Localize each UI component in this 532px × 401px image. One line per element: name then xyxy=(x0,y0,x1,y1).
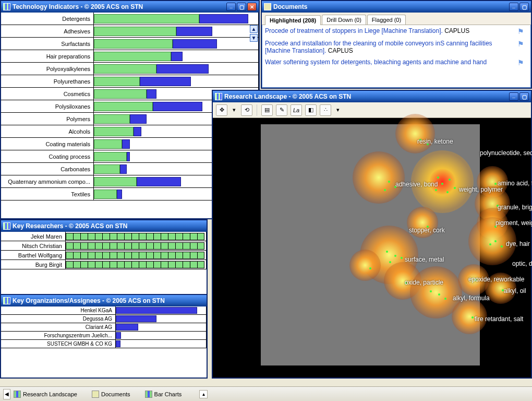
bar-row: Clariant AG xyxy=(1,323,207,332)
data-point xyxy=(471,316,474,319)
titlebar[interactable]: Key Organizations/Assignees - © 2005 ACS… xyxy=(1,295,207,306)
bar-segment-green xyxy=(66,261,204,268)
bar-segment-blue xyxy=(127,152,130,161)
bar-segment-green xyxy=(94,152,127,161)
bar-row: Adhesives xyxy=(1,25,259,38)
data-point xyxy=(444,298,446,300)
dropdown-icon[interactable]: ▾ xyxy=(334,104,342,116)
cluster-label[interactable]: weight, polymer xyxy=(459,186,503,193)
bar-segment-blue xyxy=(176,27,212,36)
bar-label: Jekel Maren xyxy=(1,232,66,241)
bar-row: Henkel KGaA xyxy=(1,306,207,315)
cluster-label[interactable]: epoxide, reworkable xyxy=(468,276,524,283)
taskbar-label: Research Landscape xyxy=(23,391,77,397)
barchart-icon xyxy=(3,222,10,230)
window-title: Technology Indicators - © 2005 ACS on ST… xyxy=(13,3,226,10)
refresh-button[interactable]: ⟲ xyxy=(241,104,252,116)
bar-segment-blue xyxy=(122,139,130,149)
scatter-button[interactable]: ∴ xyxy=(320,104,331,116)
bar-row: SUSTECH GMBH & CO KG xyxy=(1,340,207,348)
titlebar[interactable]: Key Researchers - © 2005 ACS on STN xyxy=(1,220,207,232)
bar-segment-green xyxy=(94,52,171,61)
bar-segment-blue xyxy=(173,39,217,49)
bar-row: Degussa AG xyxy=(1,315,207,323)
bar-track xyxy=(116,323,207,331)
document-item[interactable]: Water softening system for detergents, b… xyxy=(265,58,528,67)
maximize-button[interactable] xyxy=(237,3,246,11)
document-title[interactable]: Procede and installation for the cleanin… xyxy=(265,40,517,54)
cluster-label[interactable]: granule, brightener xyxy=(498,204,532,211)
area-button[interactable]: ◧ xyxy=(305,104,317,116)
taskbar-item[interactable]: Bar Charts xyxy=(145,391,182,398)
cluster-label[interactable]: amino acid, ferment xyxy=(498,180,532,187)
cluster-label[interactable]: alkyl, formula xyxy=(453,294,490,302)
data-point xyxy=(454,187,456,189)
close-button[interactable] xyxy=(247,3,257,11)
cluster-label[interactable]: stopper, cork xyxy=(409,227,445,234)
bar-segment-green xyxy=(94,64,156,74)
taskbar-item[interactable]: Research Landscape xyxy=(14,391,77,398)
task-strip: ◀ Research LandscapeDocumentsBar Charts … xyxy=(0,386,532,401)
taskbar-label: Documents xyxy=(101,391,130,397)
titlebar[interactable]: Documents xyxy=(262,1,531,13)
highlight-button[interactable]: ✎ xyxy=(276,104,287,116)
cluster-label[interactable]: fire retardant, salt xyxy=(475,315,523,323)
cluster-label[interactable]: optic, dye xyxy=(512,260,532,267)
chart-area: Jekel MarenNitsch ChristianBarthel Wolfg… xyxy=(1,232,207,294)
data-point xyxy=(401,257,403,259)
document-item[interactable]: Procede and installation for the cleanin… xyxy=(265,40,528,54)
data-point xyxy=(501,245,503,247)
titlebar[interactable]: Research Landscape - © 2005 ACS on STN xyxy=(213,91,531,102)
document-title[interactable]: Water softening system for detergents, b… xyxy=(265,58,517,67)
bar-track xyxy=(66,251,207,260)
cluster-label[interactable]: surface, metal xyxy=(405,256,444,263)
document-item[interactable]: Procede of treatment of stoppers in Lieg… xyxy=(265,27,528,36)
bar-track xyxy=(94,38,259,50)
pointer-tool-button[interactable]: ✥ xyxy=(216,104,227,116)
toolbar: ✥ ▾ ⟲ ▤ ✎ La ◧ ∴ ▾ xyxy=(213,102,531,118)
cluster-label[interactable]: adhesive, bond xyxy=(395,181,438,188)
layers-button[interactable]: ▤ xyxy=(261,104,273,116)
bar-label: Henkel KGaA xyxy=(1,306,116,314)
cluster-label[interactable]: polynucleotide, sequence xyxy=(480,149,532,157)
cluster-label[interactable]: dye, hair xyxy=(506,240,530,247)
minimize-button[interactable] xyxy=(509,92,518,101)
bar-label: Carbonates xyxy=(1,163,94,175)
bar-segment-blue xyxy=(116,324,138,331)
landscape-inner[interactable]: resin, ketonepolynucleotide, sequenceadh… xyxy=(261,124,480,365)
bar-segment-green xyxy=(94,177,137,186)
bar-label: Polymers xyxy=(1,113,94,125)
minimize-button[interactable] xyxy=(226,3,236,11)
bar-segment-blue xyxy=(116,307,197,314)
titlebar[interactable]: Technology Indicators - © 2005 ACS on ST… xyxy=(1,1,259,13)
scroll-left-button[interactable]: ◀ xyxy=(3,389,10,399)
cluster-label[interactable]: oxide, particle xyxy=(405,279,443,286)
flag-icon[interactable]: ⚑ xyxy=(517,27,528,36)
tab[interactable]: Drill Down (0) xyxy=(322,15,366,25)
bar-icon xyxy=(145,391,152,398)
window-key-researchers: Key Researchers - © 2005 ACS on STN Jeke… xyxy=(0,219,208,295)
flag-icon[interactable]: ⚑ xyxy=(517,58,528,67)
cluster-label[interactable]: alkyl, oil xyxy=(504,287,526,294)
maximize-button[interactable] xyxy=(519,3,529,11)
cluster-label[interactable]: resin, ketone xyxy=(417,138,453,145)
bar-track xyxy=(116,315,207,323)
bar-segment-blue xyxy=(137,177,181,186)
label-button[interactable]: La xyxy=(291,104,302,116)
bar-segment-blue xyxy=(116,340,120,347)
collapse-button[interactable]: ▴ xyxy=(199,390,208,398)
landscape-canvas[interactable]: resin, ketonepolynucleotide, sequenceadh… xyxy=(213,118,531,378)
bar-label: Polysiloxanes xyxy=(1,100,94,112)
tab[interactable]: Flagged (0) xyxy=(367,15,406,25)
data-point xyxy=(386,251,388,253)
minimize-button[interactable] xyxy=(509,3,518,11)
maximize-button[interactable] xyxy=(519,92,529,101)
cluster-label[interactable]: pigment, weight xyxy=(495,219,532,227)
document-title[interactable]: Procede of treatment of stoppers in Lieg… xyxy=(265,27,517,36)
data-point xyxy=(435,189,437,191)
taskbar-item[interactable]: Documents xyxy=(92,391,130,398)
dropdown-icon[interactable]: ▾ xyxy=(231,104,238,116)
flag-icon[interactable]: ⚑ xyxy=(517,40,528,54)
tab[interactable]: Highlighted (208) xyxy=(265,15,321,25)
bar-track xyxy=(94,75,259,87)
